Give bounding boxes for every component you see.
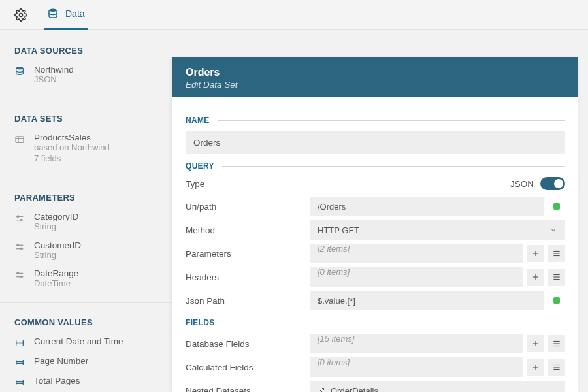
list-button[interactable]	[548, 335, 565, 352]
tab-data-label: Data	[65, 8, 85, 19]
sidebar-item-productssales[interactable]: ProductsSales based on Northwind 7 field…	[0, 129, 172, 169]
uri-input[interactable]	[310, 197, 544, 216]
parameter-icon	[14, 270, 26, 280]
nested-datasets-input[interactable]: OrderDetails	[310, 381, 565, 392]
sidebar-item-label: CustomerID	[34, 240, 81, 250]
section-header-data-sources: DATA SOURCES	[0, 42, 172, 61]
row-method: Method HTTP GET	[186, 220, 565, 240]
row-json-path: Json Path	[186, 291, 565, 310]
sidebar-item-page-number[interactable]: Page Number	[0, 352, 172, 372]
sidebar-item-sublabel: String	[34, 221, 78, 233]
dataset-name-input[interactable]	[186, 131, 565, 154]
sidebar: DATA SOURCES Northwind JSON DATA SETS Pr…	[0, 30, 172, 392]
group-name-header: NAME	[186, 116, 565, 125]
sidebar-item-sublabel: based on Northwind	[34, 142, 110, 154]
svg-point-0	[20, 13, 23, 16]
sidebar-item-label: DateRange	[34, 269, 78, 278]
sidebar-item-categoryid[interactable]: CategoryID String	[0, 208, 172, 237]
section-header-parameters: PARAMETERS	[0, 189, 172, 208]
parameters-input[interactable]: [2 items]	[310, 244, 523, 263]
query-type-value: JSON	[510, 179, 534, 189]
section-header-common-values: COMMON VALUES	[0, 314, 172, 333]
tab-settings[interactable]	[12, 0, 30, 30]
panel-subtitle: Edit Data Set	[186, 80, 565, 90]
section-data-sources: DATA SOURCES Northwind JSON	[0, 42, 172, 99]
query-type-label: Type	[186, 179, 204, 189]
add-button[interactable]	[527, 269, 544, 286]
calculated-fields-input[interactable]: [0 items]	[310, 357, 523, 377]
panel-title: Orders	[186, 67, 565, 78]
query-type-row: Type JSON	[186, 177, 565, 190]
row-uri: Uri/path	[186, 197, 565, 216]
panel-header: Orders Edit Data Set	[172, 57, 578, 97]
measure-icon	[14, 338, 26, 348]
sidebar-item-label: Current Date and Time	[34, 336, 123, 346]
tab-data[interactable]: Data	[44, 0, 88, 30]
dataset-icon	[14, 134, 26, 144]
status-dot-icon	[553, 297, 560, 304]
row-calculated-fields: Calculated Fields [0 items]	[186, 357, 565, 377]
svg-point-1	[49, 9, 57, 12]
sidebar-item-label: Northwind	[34, 65, 74, 74]
row-nested-datasets: Nested Datasets OrderDetails	[186, 381, 565, 392]
measure-icon	[14, 377, 26, 387]
measure-icon	[14, 357, 26, 368]
add-button[interactable]	[527, 335, 544, 352]
sidebar-item-label: CategoryID	[34, 212, 78, 221]
method-select[interactable]: HTTP GET	[310, 220, 565, 240]
gear-icon	[14, 8, 27, 22]
edit-icon	[318, 387, 325, 392]
group-query-header: QUERY	[186, 161, 565, 171]
sidebar-item-label: ProductsSales	[34, 133, 110, 142]
content-area: Orders Edit Data Set NAME QUERY Type JSO…	[172, 30, 588, 392]
main-layout: DATA SOURCES Northwind JSON DATA SETS Pr…	[0, 30, 588, 392]
row-parameters: Parameters [2 items]	[186, 244, 565, 263]
add-button[interactable]	[527, 359, 544, 376]
panel-body: NAME QUERY Type JSON Uri/path	[172, 97, 578, 392]
parameter-icon	[14, 213, 26, 223]
sidebar-item-label: Page Number	[34, 356, 88, 366]
svg-rect-16	[16, 342, 24, 344]
row-headers: Headers [0 items]	[186, 267, 565, 287]
sidebar-item-sublabel: JSON	[34, 74, 74, 86]
database-icon	[47, 8, 59, 20]
list-button[interactable]	[548, 269, 565, 286]
sidebar-item-sublabel: DateTime	[34, 278, 78, 289]
sidebar-item-total-pages[interactable]: Total Pages	[0, 372, 172, 391]
top-tabs: Data	[0, 0, 588, 30]
parameter-icon	[14, 242, 26, 252]
sidebar-item-current-datetime[interactable]: Current Date and Time	[0, 333, 172, 352]
status-dot-icon	[553, 203, 560, 210]
group-fields-header: FIELDS	[186, 318, 565, 327]
list-button[interactable]	[548, 245, 565, 262]
database-icon	[14, 66, 26, 76]
row-database-fields: Database Fields [15 items]	[186, 334, 565, 353]
sidebar-item-customerid[interactable]: CustomerID String	[0, 237, 172, 265]
sidebar-item-sublabel: 7 fields	[34, 154, 110, 165]
section-header-data-sets: DATA SETS	[0, 110, 172, 129]
list-button[interactable]	[548, 359, 565, 376]
sidebar-item-label: Total Pages	[34, 376, 80, 385]
sidebar-item-sublabel: String	[34, 250, 81, 261]
chevron-down-icon	[549, 226, 557, 234]
svg-rect-19	[16, 362, 24, 364]
jsonpath-input[interactable]	[310, 291, 544, 310]
sidebar-item-daterange[interactable]: DateRange DateTime	[0, 265, 172, 293]
add-button[interactable]	[527, 245, 544, 262]
query-type-toggle[interactable]	[540, 177, 565, 190]
svg-rect-22	[16, 382, 24, 384]
section-data-sets: DATA SETS ProductsSales based on Northwi…	[0, 110, 172, 178]
edit-dataset-panel: Orders Edit Data Set NAME QUERY Type JSO…	[172, 57, 578, 392]
sidebar-item-northwind[interactable]: Northwind JSON	[0, 61, 172, 90]
headers-input[interactable]: [0 items]	[310, 267, 523, 287]
section-common-values: COMMON VALUES Current Date and Time Page…	[0, 314, 172, 392]
section-parameters: PARAMETERS CategoryID String CustomerID …	[0, 189, 172, 304]
database-fields-input[interactable]: [15 items]	[310, 334, 523, 353]
svg-rect-3	[16, 137, 24, 142]
svg-point-2	[16, 67, 24, 69]
